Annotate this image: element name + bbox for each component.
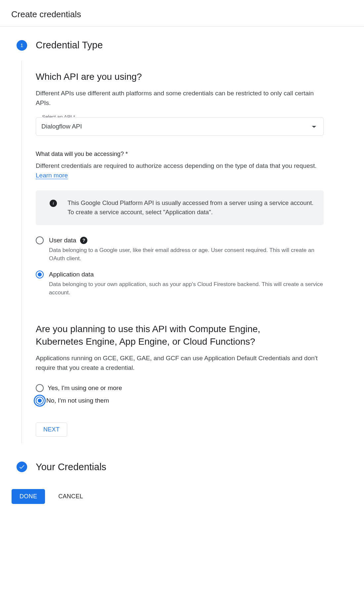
radio-circle-checked-icon xyxy=(36,271,44,278)
data-access-radio-group: User data ? Data belonging to a Google u… xyxy=(36,236,324,297)
bottom-actions: DONE CANCEL xyxy=(12,489,347,504)
data-access-label: What data will you be accessing? * xyxy=(36,151,347,158)
api-select-wrap: Select an API * Dialogflow API xyxy=(36,117,324,136)
radio-yes-label: Yes, I'm using one or more xyxy=(48,384,122,392)
platform-question-heading: Are you planning to use this API with Co… xyxy=(36,323,294,348)
platform-question-sub: Applications running on GCE, GKE, GAE, a… xyxy=(36,353,324,373)
api-question-sub: Different APIs use different auth platfo… xyxy=(36,88,324,108)
done-button[interactable]: DONE xyxy=(12,489,45,504)
radio-circle-checked-focused-icon xyxy=(36,397,44,405)
dropdown-caret-icon xyxy=(311,123,317,130)
info-banner: i This Google Cloud Platform API is usua… xyxy=(36,190,324,225)
api-question-heading: Which API are you using? xyxy=(36,71,347,83)
platform-radio-group: Yes, I'm using one or more No, I'm not u… xyxy=(36,384,324,405)
step-number-badge: 1 xyxy=(17,40,27,51)
learn-more-link[interactable]: Learn more xyxy=(36,172,68,179)
step2-header[interactable]: Your Credentials xyxy=(17,462,347,472)
radio-no-label: No, I'm not using them xyxy=(46,397,109,405)
step2-title: Your Credentials xyxy=(36,462,106,472)
radio-not-using[interactable]: No, I'm not using them xyxy=(36,397,324,405)
step1-body: Which API are you using? Different APIs … xyxy=(22,61,347,443)
radio-application-data-label: Application data xyxy=(49,271,94,278)
radio-yes-using[interactable]: Yes, I'm using one or more xyxy=(36,384,324,392)
data-access-sub: Different credentials are required to au… xyxy=(36,161,324,180)
radio-application-data-desc: Data belonging to your own application, … xyxy=(49,280,324,297)
radio-application-data[interactable]: Application data Data belonging to your … xyxy=(36,271,324,297)
page-body: 1 Credential Type Which API are you usin… xyxy=(0,26,364,517)
api-select-value: Dialogflow API xyxy=(41,123,82,130)
radio-circle-icon xyxy=(36,236,44,244)
radio-circle-icon xyxy=(36,384,44,392)
step1-header: 1 Credential Type xyxy=(17,40,347,51)
page-header: Create credentials xyxy=(0,0,364,26)
step1-title: Credential Type xyxy=(36,40,103,51)
next-button[interactable]: NEXT xyxy=(36,422,67,437)
info-icon: i xyxy=(50,200,57,207)
radio-user-data-desc: Data belonging to a Google user, like th… xyxy=(49,246,324,263)
info-text: This Google Cloud Platform API is usuall… xyxy=(68,198,314,217)
radio-user-data-label: User data xyxy=(49,236,76,244)
cancel-button[interactable]: CANCEL xyxy=(58,493,83,500)
page-title: Create credentials xyxy=(11,9,353,20)
radio-user-data[interactable]: User data ? Data belonging to a Google u… xyxy=(36,236,324,263)
check-icon xyxy=(17,462,27,472)
help-icon[interactable]: ? xyxy=(80,237,87,244)
api-select[interactable]: Dialogflow API xyxy=(36,117,324,136)
